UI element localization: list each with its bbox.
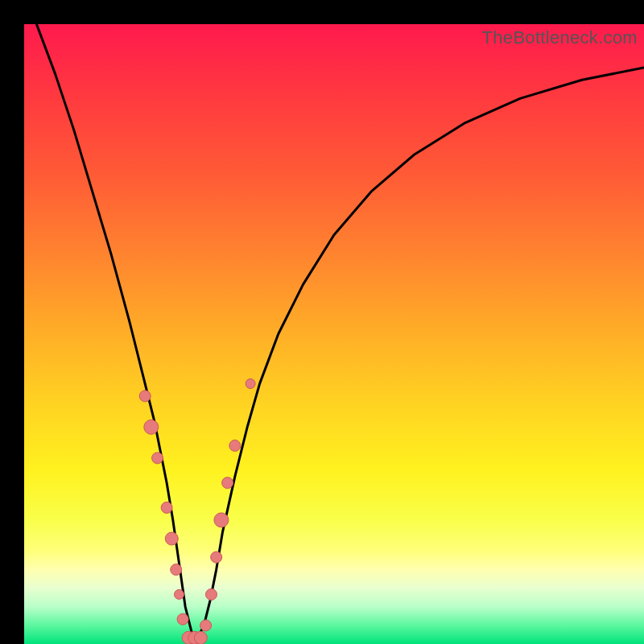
data-marker bbox=[175, 589, 184, 599]
data-marker bbox=[229, 440, 241, 452]
curve-path bbox=[36, 24, 644, 638]
plot-area: TheBottleneck.com bbox=[24, 24, 644, 644]
data-marker bbox=[161, 502, 172, 514]
bottleneck-curve bbox=[36, 24, 644, 638]
chart-frame: TheBottleneck.com bbox=[0, 0, 644, 644]
data-marker bbox=[194, 631, 207, 644]
data-marker bbox=[165, 532, 178, 545]
data-marker bbox=[211, 551, 222, 563]
data-marker bbox=[200, 620, 212, 631]
data-marker bbox=[206, 588, 217, 600]
data-marker bbox=[246, 379, 255, 389]
data-marker bbox=[171, 564, 182, 576]
chart-svg bbox=[24, 24, 644, 644]
data-marker bbox=[144, 420, 159, 435]
data-marker bbox=[214, 513, 229, 527]
data-markers bbox=[139, 379, 255, 644]
data-marker bbox=[177, 613, 188, 625]
data-marker bbox=[222, 477, 233, 489]
data-marker bbox=[139, 390, 151, 402]
data-marker bbox=[152, 452, 163, 464]
